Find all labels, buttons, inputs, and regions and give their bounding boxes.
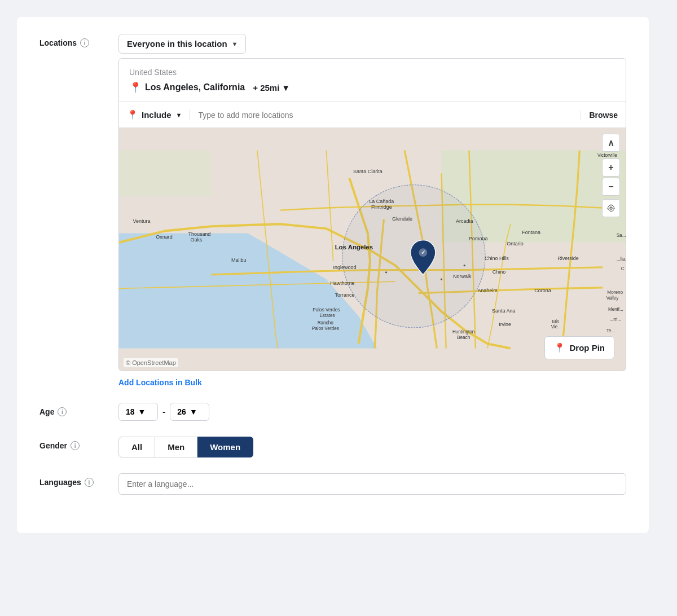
age-label: Age — [39, 407, 54, 416]
age-content: 18 ▼ - 26 ▼ — [118, 403, 626, 421]
map-collapse-button[interactable]: ∧ — [602, 134, 620, 152]
age-min-value: 18 — [126, 407, 135, 416]
include-chevron-icon: ▼ — [176, 112, 182, 118]
location-search-input[interactable] — [190, 111, 581, 120]
svg-point-49 — [441, 278, 442, 280]
svg-text:Estates: Estates — [319, 313, 335, 318]
svg-text:Malibu: Malibu — [231, 257, 246, 263]
svg-text:Los Angeles: Los Angeles — [335, 244, 373, 250]
location-city-row: 📍 Los Angeles, California + 25mi ▼ — [129, 81, 616, 94]
language-input[interactable] — [118, 473, 626, 495]
languages-row: Languages i — [39, 473, 626, 495]
gender-men-button[interactable]: Men — [155, 437, 197, 457]
locations-content: Everyone in this location ▼ United State… — [118, 34, 626, 387]
location-radius-chevron-icon: ▼ — [282, 83, 290, 93]
svg-text:Glendale: Glendale — [392, 216, 412, 222]
include-dropdown[interactable]: 📍 Include ▼ — [127, 109, 190, 120]
map-container: Santa Clarita Ventura Oxnard Thousand Oa… — [119, 128, 626, 371]
gender-women-button[interactable]: Women — [197, 437, 253, 457]
location-type-chevron-icon: ▼ — [232, 41, 238, 47]
age-max-chevron-icon: ▼ — [190, 407, 197, 416]
gender-content: All Men Women — [118, 437, 626, 457]
svg-text:Anaheim: Anaheim — [477, 288, 497, 293]
map-my-location-button[interactable] — [602, 199, 620, 217]
location-country-area: United States 📍 Los Angeles, California … — [119, 59, 626, 102]
age-row: Age i 18 ▼ - 26 ▼ — [39, 403, 626, 421]
languages-info-icon[interactable]: i — [85, 478, 94, 487]
svg-text:La Cañada: La Cañada — [369, 199, 394, 204]
age-info-icon[interactable]: i — [58, 407, 67, 416]
svg-text:Chino Hills: Chino Hills — [485, 256, 509, 261]
add-locations-bulk-link[interactable]: Add Locations in Bulk — [118, 378, 202, 387]
age-min-chevron-icon: ▼ — [138, 407, 146, 416]
svg-text:Norwalk: Norwalk — [453, 274, 472, 279]
languages-label: Languages — [39, 478, 81, 487]
gender-all-button[interactable]: All — [118, 437, 155, 457]
svg-text:Menif...: Menif... — [608, 307, 623, 312]
drop-pin-icon: 📍 — [554, 342, 565, 353]
browse-button[interactable]: Browse — [581, 111, 618, 120]
location-country: United States — [129, 68, 616, 77]
gender-info-icon[interactable]: i — [71, 441, 80, 450]
include-label: Include — [142, 110, 172, 120]
map-zoom-in-button[interactable]: + — [602, 159, 620, 177]
age-max-button[interactable]: 26 ▼ — [170, 403, 209, 421]
svg-text:Hawthorne: Hawthorne — [330, 280, 354, 286]
svg-text:...rri...: ...rri... — [609, 317, 621, 322]
locations-info-icon[interactable]: i — [80, 38, 89, 47]
locations-label: Locations — [39, 38, 77, 47]
svg-text:Arcadia: Arcadia — [456, 218, 473, 224]
svg-text:Chino: Chino — [493, 269, 505, 275]
age-min-button[interactable]: 18 ▼ — [118, 403, 158, 421]
svg-point-50 — [385, 271, 387, 273]
svg-text:Huntington: Huntington — [452, 329, 474, 335]
svg-text:Flintridge: Flintridge — [371, 204, 392, 210]
map-svg: Santa Clarita Ventura Oxnard Thousand Oa… — [119, 128, 626, 371]
main-container: Locations i Everyone in this location ▼ … — [17, 17, 649, 533]
svg-text:Fontana: Fontana — [522, 230, 540, 235]
languages-label-group: Languages i — [39, 473, 118, 487]
gender-selector: All Men Women — [118, 437, 626, 457]
location-city: Los Angeles, California — [145, 82, 245, 93]
svg-text:Oxnard: Oxnard — [156, 234, 172, 240]
svg-text:Torrance: Torrance — [335, 292, 355, 298]
languages-content — [118, 473, 626, 495]
svg-text:Te...: Te... — [606, 328, 615, 333]
location-type-button[interactable]: Everyone in this location ▼ — [118, 34, 246, 54]
svg-text:✓: ✓ — [421, 249, 425, 256]
svg-text:Sa...: Sa... — [617, 233, 626, 238]
svg-text:Valley: Valley — [606, 296, 619, 301]
svg-text:...lla...: ...lla... — [617, 257, 626, 262]
location-type-label: Everyone in this location — [127, 39, 227, 49]
gender-label: Gender — [39, 441, 67, 450]
include-pin-icon: 📍 — [127, 109, 138, 120]
svg-text:Ontario: Ontario — [507, 241, 523, 247]
svg-text:Riverside: Riverside — [557, 256, 578, 261]
chevron-up-icon: ∧ — [608, 138, 614, 148]
map-controls: ∧ + − — [602, 134, 620, 217]
svg-text:Santa Clarita: Santa Clarita — [353, 169, 383, 174]
svg-rect-3 — [119, 150, 211, 196]
age-max-value: 26 — [177, 407, 186, 416]
svg-text:Palos Verdes: Palos Verdes — [312, 326, 339, 331]
age-selector: 18 ▼ - 26 ▼ — [118, 403, 626, 421]
svg-text:Moreno: Moreno — [607, 290, 623, 295]
location-pin-icon: 📍 — [129, 81, 142, 94]
svg-text:Oaks: Oaks — [191, 237, 203, 243]
svg-text:Pomona: Pomona — [469, 236, 487, 241]
drop-pin-button[interactable]: 📍 Drop Pin — [544, 336, 615, 359]
svg-text:Beach: Beach — [457, 335, 470, 340]
gender-row: Gender i All Men Women — [39, 437, 626, 457]
svg-point-54 — [610, 207, 612, 209]
locations-label-group: Locations i — [39, 34, 118, 47]
svg-text:Rancho: Rancho — [318, 320, 334, 325]
location-radius-button[interactable]: + 25mi ▼ — [253, 83, 290, 93]
location-radius-label: + 25mi — [253, 83, 279, 93]
svg-text:Mis.: Mis. — [552, 319, 560, 324]
map-attribution: © OpenStreetMap — [124, 358, 178, 367]
svg-text:Irvine: Irvine — [499, 322, 511, 327]
map-zoom-out-button[interactable]: − — [602, 178, 620, 196]
svg-text:Corona: Corona — [534, 288, 551, 293]
svg-text:Inglewood: Inglewood — [333, 265, 357, 270]
svg-text:Thousand: Thousand — [188, 231, 210, 237]
